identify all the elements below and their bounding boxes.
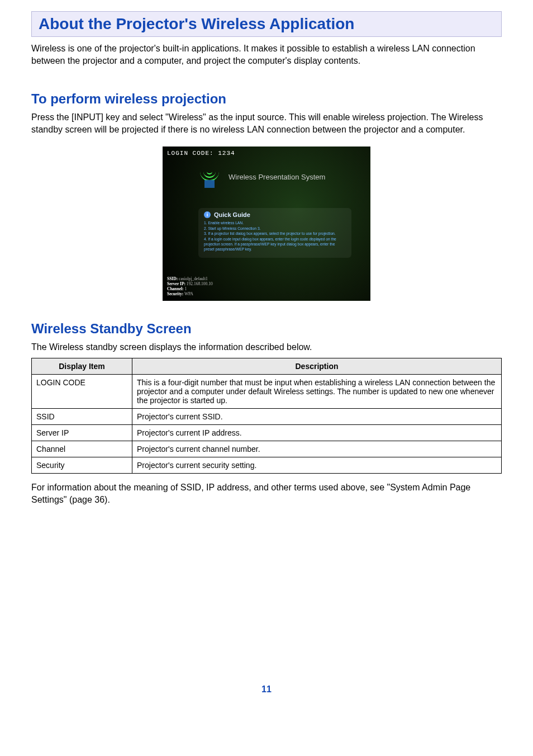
section-perform-title: To perform wireless projection	[31, 91, 502, 107]
table-row: Security Projector's current security se…	[32, 457, 502, 473]
table-row: Channel Projector's current channel numb…	[32, 441, 502, 457]
table-cell-desc: Projector's current SSID.	[132, 408, 502, 424]
table-cell-desc: Projector's current IP address.	[132, 424, 502, 441]
quick-guide-step: 2. Start up Wireless Connection 3.	[204, 226, 346, 231]
page-number: 11	[31, 684, 502, 694]
wifi-icon	[198, 166, 221, 188]
screenshot-network-info: SSID: casiolpj_default1 Server IP: 192.1…	[167, 276, 213, 296]
quick-guide-step: 1. Enable wireless LAN.	[204, 220, 346, 225]
quick-guide-step: 3. If a projector list dialog box appear…	[204, 231, 346, 236]
table-cell-desc: Projector's current channel number.	[132, 441, 502, 457]
table-row: LOGIN CODE This is a four-digit number t…	[32, 374, 502, 408]
quick-guide-step: 4. If a login code input dialog box appe…	[204, 237, 346, 252]
table-head-desc: Description	[132, 358, 502, 374]
intro-paragraph: Wireless is one of the projector's built…	[31, 42, 502, 67]
screenshot-system-title: Wireless Presentation System	[229, 173, 325, 181]
hero-title: About the Projector's Wireless Applicati…	[39, 15, 494, 33]
table-cell-item: LOGIN CODE	[32, 374, 132, 408]
section-perform-body: Press the [INPUT] key and select "Wirele…	[31, 111, 502, 135]
table-cell-item: Server IP	[32, 424, 132, 441]
quick-guide-label: Quick Guide	[214, 211, 250, 218]
screenshot-login-code: LOGIN CODE: 1234	[167, 150, 235, 157]
standby-info-table: Display Item Description LOGIN CODE This…	[31, 358, 502, 474]
table-cell-desc: This is a four-digit number that must be…	[132, 374, 502, 408]
table-cell-item: Channel	[32, 441, 132, 457]
table-row: SSID Projector's current SSID.	[32, 408, 502, 424]
screenshot-quick-guide: i Quick Guide 1. Enable wireless LAN. 2.…	[198, 208, 351, 257]
table-cell-item: Security	[32, 457, 132, 473]
table-cell-desc: Projector's current security setting.	[132, 457, 502, 473]
table-head-item: Display Item	[32, 358, 132, 374]
table-cell-item: SSID	[32, 408, 132, 424]
section-standby-outro: For information about the meaning of SSI…	[31, 481, 502, 505]
section-standby-intro: The Wireless standby screen displays the…	[31, 341, 502, 353]
section-standby-title: Wireless Standby Screen	[31, 321, 502, 337]
table-row: Server IP Projector's current IP address…	[32, 424, 502, 441]
info-icon: i	[204, 211, 211, 218]
hero-heading-band: About the Projector's Wireless Applicati…	[31, 11, 502, 37]
standby-screenshot: LOGIN CODE: 1234 Wireless Presentation S…	[31, 147, 502, 301]
